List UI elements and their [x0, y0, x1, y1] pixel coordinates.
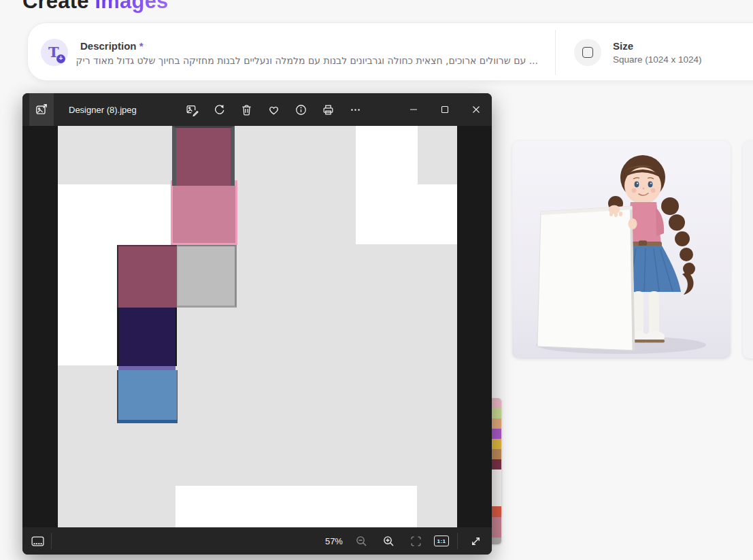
heart-icon — [267, 103, 280, 116]
favorite-button[interactable] — [265, 100, 284, 119]
generated-image-partial[interactable] — [743, 141, 753, 359]
image-block-mauve-top — [172, 126, 235, 186]
toolbar-divider — [457, 533, 458, 549]
description-value[interactable]: ... עם שרוולים ארוכים, חצאית כחולה וגרבי… — [74, 55, 538, 69]
edit-image-icon — [186, 103, 199, 116]
viewed-image[interactable] — [58, 126, 457, 527]
photos-toolbar: 57% 1:1 — [22, 527, 492, 555]
close-button[interactable] — [461, 93, 492, 126]
required-marker: * — [139, 40, 144, 52]
see-all-photos-icon — [35, 103, 48, 116]
description-icon-badge: T + — [41, 39, 68, 66]
rotate-button[interactable] — [210, 100, 229, 119]
minimize-icon — [407, 103, 420, 116]
page-title-prefix: Create — [22, 0, 95, 13]
description-label: Description * — [80, 40, 144, 52]
maximize-icon — [439, 103, 451, 116]
print-button[interactable] — [319, 100, 338, 119]
plus-icon: + — [56, 54, 65, 63]
girl-illustration — [512, 141, 731, 359]
photos-titlebar[interactable]: Designer (8).jpeg — [22, 93, 492, 126]
image-block-mauve-left — [117, 245, 177, 308]
info-icon — [295, 103, 307, 116]
filmstrip-icon — [31, 534, 45, 548]
photos-app-window: Designer (8).jpeg — [22, 93, 492, 555]
close-icon — [470, 103, 482, 116]
minimize-button[interactable] — [398, 93, 429, 126]
size-label: Size — [613, 40, 633, 52]
zoom-out-icon — [355, 535, 368, 548]
image-white-region — [418, 184, 457, 244]
edit-image-button[interactable] — [183, 100, 202, 119]
image-white-region — [175, 486, 417, 527]
fullscreen-button[interactable] — [466, 531, 485, 550]
size-icon-badge — [574, 39, 601, 66]
page-title: Create Images — [22, 0, 169, 14]
page-title-accent: Images — [95, 0, 169, 13]
delete-icon — [240, 103, 253, 116]
info-button[interactable] — [292, 100, 311, 119]
more-icon — [349, 103, 362, 116]
actual-size-button[interactable]: 1:1 — [434, 536, 449, 546]
generated-image-girl-with-sign[interactable] — [512, 141, 731, 359]
print-icon — [322, 103, 335, 116]
palette-thumbnail-sliver[interactable] — [490, 398, 501, 544]
toolbar-divider — [51, 533, 52, 549]
card-divider — [555, 30, 556, 75]
fullscreen-icon — [469, 535, 482, 548]
fit-to-window-button[interactable] — [407, 531, 426, 550]
delete-button[interactable] — [237, 100, 256, 119]
image-block-navy — [117, 308, 177, 366]
zoom-level: 57% — [325, 536, 343, 546]
maximize-button[interactable] — [429, 93, 461, 126]
more-options-button[interactable] — [346, 100, 365, 119]
image-block-gray — [177, 245, 237, 308]
zoom-in-button[interactable] — [380, 531, 399, 550]
fit-to-window-icon — [409, 535, 422, 548]
zoom-out-button[interactable] — [352, 531, 371, 550]
see-all-photos-button[interactable] — [29, 93, 54, 126]
prompt-card: T + Description * ... עם שרוולים ארוכים,… — [27, 22, 753, 81]
image-white-region — [356, 126, 418, 244]
image-block-blue — [117, 370, 178, 423]
filmstrip-toggle-button[interactable] — [28, 531, 47, 550]
rotate-icon — [213, 103, 226, 116]
zoom-in-icon — [382, 535, 395, 548]
image-block-pink — [171, 180, 237, 245]
square-shape-icon — [582, 47, 593, 58]
size-value[interactable]: Square (1024 x 1024) — [613, 54, 702, 65]
viewer-canvas[interactable] — [22, 126, 492, 527]
window-filename: Designer (8).jpeg — [69, 105, 137, 115]
